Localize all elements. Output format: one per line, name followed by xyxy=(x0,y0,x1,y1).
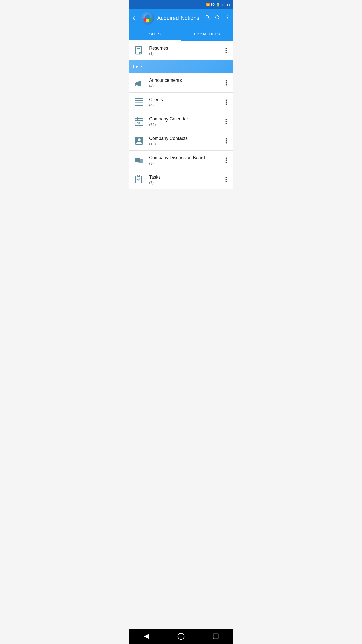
svg-point-25 xyxy=(226,100,227,101)
clients-more-button[interactable] xyxy=(223,97,229,107)
company-contacts-title: Company Contacts xyxy=(149,136,219,141)
resumes-count: (1) xyxy=(149,51,219,56)
back-button[interactable] xyxy=(132,15,138,21)
company-calendar-more-button[interactable] xyxy=(223,117,229,126)
tasks-text: Tasks (7) xyxy=(149,175,219,185)
tasks-icon xyxy=(133,174,145,186)
company-contacts-count: (19) xyxy=(149,142,219,146)
lists-section-header: Lists xyxy=(129,60,233,73)
announcements-count: (4) xyxy=(149,84,219,88)
svg-point-52 xyxy=(226,179,227,180)
tasks-more-button[interactable] xyxy=(223,175,229,184)
svg-point-35 xyxy=(226,123,227,124)
svg-point-11 xyxy=(226,48,227,49)
company-calendar-count: (75) xyxy=(149,122,219,127)
svg-point-46 xyxy=(226,158,227,159)
svg-point-33 xyxy=(226,119,227,120)
clients-title: Clients xyxy=(149,97,219,102)
clients-text: Clients (4) xyxy=(149,97,219,107)
action-icons xyxy=(205,14,230,22)
network-indicator: 📶 3G xyxy=(206,3,215,6)
resumes-more-button[interactable] xyxy=(223,46,229,55)
svg-point-34 xyxy=(226,121,227,122)
svg-point-3 xyxy=(146,19,149,22)
svg-point-37 xyxy=(138,138,141,141)
search-button[interactable] xyxy=(205,14,211,22)
svg-point-15 xyxy=(135,83,137,85)
svg-rect-8 xyxy=(139,52,142,54)
svg-point-47 xyxy=(226,160,227,161)
announcements-text: Announcements (4) xyxy=(149,78,219,88)
resumes-text: Resumes (1) xyxy=(149,46,219,56)
svg-point-17 xyxy=(226,80,227,82)
svg-point-45 xyxy=(138,159,143,163)
list-item-announcements[interactable]: Announcements (4) xyxy=(129,73,233,93)
company-calendar-text: Company Calendar (75) xyxy=(149,116,219,127)
svg-point-19 xyxy=(226,84,227,86)
company-discussion-board-title: Company Discussion Board xyxy=(149,155,219,160)
tab-local-files[interactable]: LOCAL FILES xyxy=(181,27,233,41)
company-discussion-board-icon xyxy=(133,154,145,166)
svg-text:31: 31 xyxy=(137,121,140,125)
svg-point-48 xyxy=(226,162,227,163)
svg-point-27 xyxy=(226,104,227,105)
resumes-icon xyxy=(133,45,145,57)
svg-point-12 xyxy=(226,50,227,51)
svg-point-18 xyxy=(226,82,227,84)
resumes-title: Resumes xyxy=(149,46,219,51)
tasks-title: Tasks xyxy=(149,175,219,180)
svg-rect-16 xyxy=(135,85,136,86)
company-contacts-text: Company Contacts (19) xyxy=(149,136,219,146)
tab-bar: SITES LOCAL FILES xyxy=(129,27,233,41)
svg-point-41 xyxy=(226,138,227,140)
status-bar: 📶 3G 🔋 12:14 xyxy=(129,0,233,9)
svg-marker-14 xyxy=(136,80,141,87)
announcements-icon xyxy=(133,77,145,89)
svg-point-51 xyxy=(226,177,227,178)
svg-rect-20 xyxy=(135,99,143,106)
company-contacts-icon xyxy=(133,135,145,147)
app-title: Acquired Notions xyxy=(157,15,202,21)
company-calendar-icon: 31 xyxy=(133,115,145,128)
list-item-tasks[interactable]: Tasks (7) xyxy=(129,170,233,189)
app-bar: Acquired Notions xyxy=(129,9,233,27)
tab-sites[interactable]: SITES xyxy=(129,27,181,41)
svg-point-53 xyxy=(226,181,227,182)
bottom-spacer xyxy=(129,189,233,205)
announcements-more-button[interactable] xyxy=(223,78,229,88)
company-discussion-board-more-button[interactable] xyxy=(223,155,229,165)
battery-icon: 🔋 xyxy=(216,3,220,7)
clients-icon xyxy=(133,96,145,108)
svg-point-2 xyxy=(145,14,150,19)
list-item-clients[interactable]: Clients (4) xyxy=(129,93,233,112)
svg-point-26 xyxy=(226,102,227,103)
company-contacts-more-button[interactable] xyxy=(223,136,229,146)
refresh-button[interactable] xyxy=(214,14,220,22)
more-options-button[interactable] xyxy=(224,14,230,22)
app-logo xyxy=(141,12,154,25)
clients-count: (4) xyxy=(149,103,219,107)
svg-point-13 xyxy=(226,52,227,53)
list-item-resumes[interactable]: Resumes (1) xyxy=(129,41,233,60)
svg-point-43 xyxy=(226,142,227,144)
list-item-company-contacts[interactable]: Company Contacts (19) xyxy=(129,131,233,151)
company-discussion-board-count: (3) xyxy=(149,161,219,165)
status-time: 12:14 xyxy=(222,3,230,7)
svg-point-42 xyxy=(226,140,227,142)
list-item-company-discussion-board[interactable]: Company Discussion Board (3) xyxy=(129,151,233,170)
company-discussion-board-text: Company Discussion Board (3) xyxy=(149,155,219,165)
tasks-count: (7) xyxy=(149,180,219,185)
announcements-title: Announcements xyxy=(149,78,219,83)
list-item-company-calendar[interactable]: 31 Company Calendar (75) xyxy=(129,112,233,131)
company-calendar-title: Company Calendar xyxy=(149,116,219,122)
svg-rect-49 xyxy=(136,176,141,183)
